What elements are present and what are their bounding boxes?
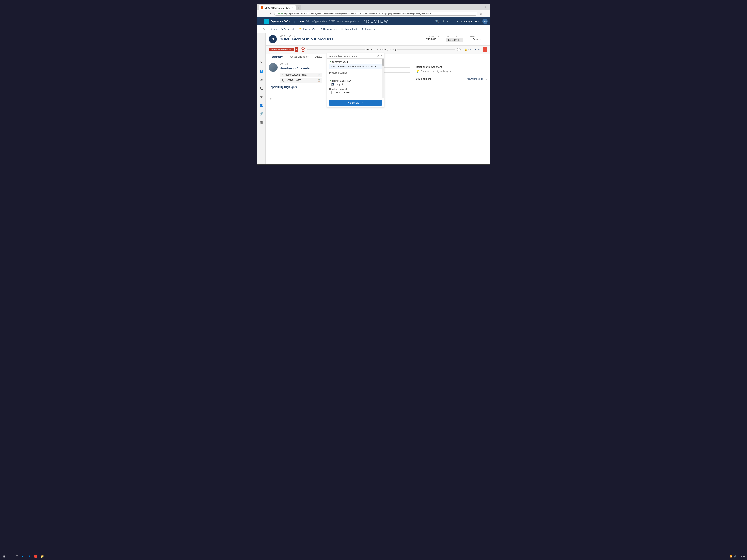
contact-email[interactable]: info@treyresearch.net: [285, 74, 317, 76]
process-left-arrow[interactable]: ‹: [295, 47, 299, 52]
tab-quotes[interactable]: Quotes: [312, 54, 325, 60]
sidebar-flag-icon[interactable]: ⚑: [259, 60, 264, 65]
contact-phone[interactable]: 1-789-741-8565: [285, 79, 317, 82]
send-invoice-button[interactable]: 🔒 Send Invoice: [462, 48, 483, 52]
sidebar-user-icon[interactable]: 👤: [259, 102, 264, 108]
expand-icon[interactable]: ⤢: [377, 54, 379, 57]
more-button[interactable]: ⋮: [484, 11, 488, 16]
new-button[interactable]: + + New: [266, 27, 279, 31]
home-icon[interactable]: ⌂: [263, 27, 265, 31]
app-name[interactable]: Dynamics 365: [271, 20, 288, 23]
user-name[interactable]: Nancy Anderson: [464, 20, 481, 23]
status-value: In Progress: [470, 38, 482, 41]
popup-body: ✓ Customer Need New conference room furn…: [327, 58, 384, 98]
next-stage-arrow: →: [361, 101, 363, 104]
maximize-button[interactable]: □: [479, 5, 482, 9]
browser-controls: ‹ › ↻ Secure https://prevsales7700803001…: [257, 10, 490, 17]
plus-icon[interactable]: +: [451, 20, 453, 23]
close-icon[interactable]: ×: [380, 54, 382, 57]
app-dropdown-arrow[interactable]: ▾: [289, 20, 290, 22]
nav-icons: 🔍 ⚙ ? + ⚙ ?: [435, 20, 462, 23]
next-stage-button[interactable]: Next stage →: [329, 100, 382, 106]
bookmark-button[interactable]: ☆: [479, 11, 483, 16]
hamburger-icon[interactable]: ☰: [259, 27, 261, 31]
breadcrumb-sales[interactable]: Sales: [306, 20, 311, 23]
new-connection-button[interactable]: + New Connection: [465, 78, 483, 80]
est-revenue-value[interactable]: $35,907.40: [446, 38, 462, 42]
contact-phone-field: 📞 1-789-741-8565 📋: [280, 78, 323, 83]
mark-complete-label[interactable]: mark complete: [335, 91, 350, 94]
breadcrumb-opportunities[interactable]: Opportunities: [313, 20, 327, 23]
contact-name[interactable]: Humberto Acevedo: [280, 66, 323, 70]
process-dropdown-icon: ▾: [374, 28, 375, 30]
back-button[interactable]: ‹: [259, 11, 263, 16]
page-content: SI OPPORTUNITY SOME interest in our prod…: [266, 33, 490, 165]
header-collapse-button[interactable]: ˄: [485, 35, 487, 39]
settings-icon[interactable]: ⚙: [441, 20, 444, 23]
sidebar-accounts-icon[interactable]: 👥: [259, 68, 264, 74]
address-bar[interactable]: Secure https://prevsales7700803001.crm.d…: [274, 12, 477, 16]
opportunity-fields: Est. Close Date 8/19/2017 Est. Revenue $…: [426, 36, 482, 42]
process-end-circle: [457, 48, 461, 52]
close-as-lost-button[interactable]: ⊗ Close as Lost: [318, 27, 339, 31]
toolbar: ☰ ⌂ + + New ↻ ↻ Refresh 🏆 Close as Won ⊗…: [257, 25, 490, 33]
process-steps: Develop Opportunity (< 1 Min): [301, 47, 461, 52]
active-stage-label[interactable]: Opportunity to Invoice Sa...: [268, 48, 294, 52]
est-close-label: Est. Close Date: [426, 36, 439, 38]
close-as-won-button[interactable]: 🏆 Close as Won: [297, 27, 318, 31]
gear-icon[interactable]: ⚙: [455, 20, 458, 23]
contact-email-field: ✉ info@treyresearch.net 📋: [280, 73, 323, 77]
sidebar-menu-icon[interactable]: ☰: [259, 34, 264, 40]
sidebar-settings-icon[interactable]: ⚙: [259, 94, 264, 100]
browser-actions: ☆ ⋮: [479, 11, 488, 16]
question-icon[interactable]: ?: [447, 20, 448, 23]
scrollbar-thumb[interactable]: [382, 58, 384, 66]
waffle-icon[interactable]: ☰: [259, 19, 262, 23]
contact-details: CONTACT Humberto Acevedo ✉ info@treyrese…: [280, 63, 323, 83]
mark-complete-checkbox[interactable]: [331, 91, 334, 94]
contact-label: CONTACT: [280, 63, 323, 65]
proposed-solution-value[interactable]: ---: [329, 75, 382, 77]
minimize-button[interactable]: −: [473, 5, 477, 9]
nav-module[interactable]: Sales: [298, 20, 304, 23]
sidebar-grid-icon[interactable]: ▦: [259, 119, 264, 125]
search-icon[interactable]: 🔍: [435, 20, 439, 23]
relationship-column: Relationship Assistant 💡 There are curre…: [413, 60, 490, 97]
process-button[interactable]: ⟳ Process ▾: [360, 27, 377, 31]
sidebar-connections-icon[interactable]: 🔗: [259, 111, 264, 116]
proposed-solution-section: Proposed Solution ---: [329, 72, 382, 77]
tab-bar: Opportunity: SOME inter... × + − □ ×: [257, 4, 490, 10]
reload-button[interactable]: ↻: [269, 11, 274, 16]
est-close-value[interactable]: 8/19/2017: [426, 38, 439, 41]
app-icon: [264, 19, 269, 24]
phone-action-icon[interactable]: 📋: [318, 79, 320, 82]
tab-close-icon[interactable]: ×: [292, 7, 293, 9]
tab-product-line-items[interactable]: Product Line Items: [285, 54, 311, 60]
create-quote-button[interactable]: 📄 Create Quote: [339, 27, 360, 31]
completed-checkbox[interactable]: ✓: [331, 83, 334, 85]
email-action-icon[interactable]: 📋: [318, 74, 320, 76]
popup-footer: Next stage →: [327, 98, 384, 107]
active-tab[interactable]: Opportunity: SOME inter... ×: [259, 5, 295, 10]
help-icon[interactable]: ?: [461, 20, 462, 23]
refresh-button[interactable]: ↻ ↻ Refresh: [279, 27, 296, 31]
popup-scrollbar[interactable]: [382, 58, 384, 98]
new-tab-button[interactable]: +: [296, 5, 302, 10]
stakeholders-more-button[interactable]: ...: [485, 77, 487, 80]
process-right-arrow[interactable]: ›: [483, 47, 487, 52]
mark-complete-row: mark complete: [331, 91, 382, 94]
opportunity-title: SOME interest in our products: [280, 37, 423, 41]
develop-opp-label[interactable]: Develop Opportunity (< 1 Min): [366, 48, 396, 51]
close-button[interactable]: ×: [484, 5, 488, 9]
more-options-button[interactable]: ...: [378, 27, 383, 31]
sidebar-home-icon[interactable]: ⌂: [259, 43, 264, 48]
sidebar-ellipsis-icon[interactable]: •••: [259, 51, 264, 57]
forward-button[interactable]: ›: [264, 11, 268, 16]
user-avatar[interactable]: NA: [483, 19, 488, 24]
sidebar-contacts-icon[interactable]: ✉: [259, 77, 264, 82]
customer-need-text[interactable]: New conference room furniture for all 4 …: [329, 64, 382, 69]
tab-summary[interactable]: Summary: [268, 54, 285, 60]
opportunity-avatar: SI: [268, 35, 277, 43]
customer-need-section: ✓ Customer Need New conference room furn…: [329, 61, 382, 69]
sidebar-phone-icon[interactable]: 📞: [259, 85, 264, 91]
